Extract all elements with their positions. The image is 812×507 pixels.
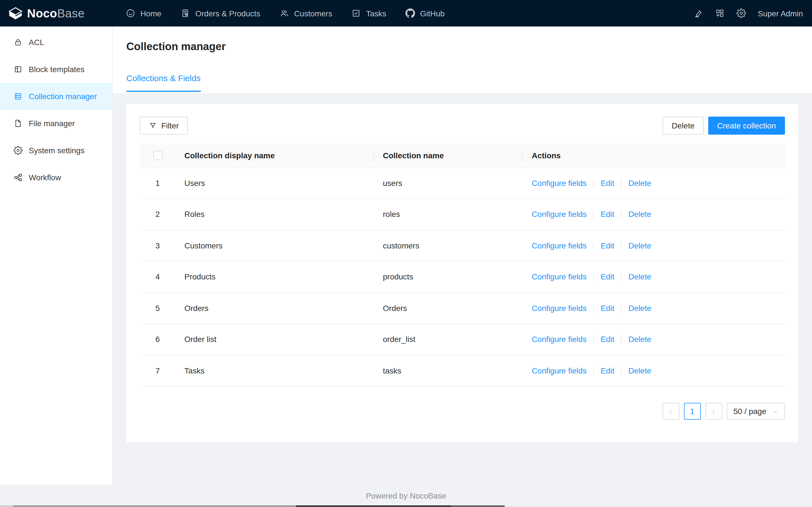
- column-header-name: Collection name: [374, 144, 523, 167]
- row-action-configure-fields[interactable]: Configure fields: [532, 178, 587, 187]
- row-action-delete[interactable]: Delete: [628, 366, 651, 375]
- settings-button[interactable]: [737, 8, 746, 18]
- user-menu[interactable]: Super Admin: [758, 9, 803, 18]
- row-display-name-cell: Orders: [175, 292, 374, 324]
- row-action-configure-fields[interactable]: Configure fields: [532, 335, 587, 344]
- table-row: 4ProductsproductsConfigure fieldsEditDel…: [140, 261, 785, 292]
- row-display-name-cell: Products: [175, 261, 374, 292]
- row-action-configure-fields[interactable]: Configure fields: [532, 303, 587, 313]
- row-action-edit[interactable]: Edit: [601, 366, 614, 375]
- sidebar-item-label: Block templates: [29, 65, 85, 74]
- column-header-actions: Actions: [523, 144, 785, 167]
- funnel-icon: [149, 122, 157, 129]
- file-icon: [13, 119, 22, 128]
- row-action-configure-fields[interactable]: Configure fields: [532, 272, 587, 281]
- nav-item-github[interactable]: GitHub: [396, 0, 454, 26]
- row-index-cell: 4: [140, 261, 175, 292]
- sidebar-item-label: ACL: [29, 38, 44, 47]
- table-row: 3CustomerscustomersConfigure fieldsEditD…: [140, 230, 785, 261]
- sidebar-item-acl[interactable]: ACL: [0, 29, 112, 56]
- table-row: 1UsersusersConfigure fieldsEditDelete: [140, 167, 785, 199]
- brand-text: NocoBase: [27, 7, 85, 19]
- table-header-row: Collection display name Collection name …: [140, 144, 785, 167]
- brand-base: Base: [57, 7, 85, 20]
- row-action-delete[interactable]: Delete: [628, 178, 651, 187]
- row-display-name-cell: Users: [175, 167, 374, 199]
- pagination-next-button[interactable]: [705, 403, 722, 420]
- toolbar: Filter Delete Create collection: [140, 117, 785, 135]
- row-action-edit[interactable]: Edit: [601, 210, 614, 219]
- row-display-name-cell: Customers: [175, 230, 374, 261]
- tab-collections-fields[interactable]: Collections & Fields: [126, 72, 200, 92]
- sidebar-item-workflow[interactable]: Workflow: [0, 164, 112, 191]
- filter-button[interactable]: Filter: [140, 117, 188, 135]
- check-square-icon: [351, 8, 361, 18]
- sidebar-item-label: Collection manager: [29, 92, 97, 101]
- row-action-delete[interactable]: Delete: [628, 335, 651, 344]
- page-title: Collection manager: [126, 40, 799, 54]
- row-index-cell: 1: [140, 167, 175, 199]
- create-collection-button[interactable]: Create collection: [708, 117, 785, 135]
- team-icon: [280, 8, 289, 18]
- content: Filter Delete Create collection Collecti…: [113, 93, 812, 442]
- nav-item-customers[interactable]: Customers: [270, 0, 342, 26]
- row-display-name-cell: Roles: [175, 199, 374, 230]
- nocobase-logo[interactable]: NocoBase: [0, 6, 113, 20]
- main-area: Collection manager Collections & Fields …: [113, 26, 812, 507]
- sidebar-item-block-templates[interactable]: Block templates: [0, 56, 112, 83]
- tabs-bar: Collections & Fields: [126, 72, 799, 92]
- action-divider: [594, 242, 594, 250]
- footer: Powered by NocoBase: [0, 491, 812, 500]
- row-action-delete[interactable]: Delete: [628, 241, 651, 250]
- top-navbar: NocoBase HomeOrders & ProductsCustomersT…: [0, 0, 812, 26]
- sidebar-item-collection-manager[interactable]: Collection manager: [0, 83, 112, 110]
- row-action-configure-fields[interactable]: Configure fields: [532, 366, 587, 375]
- row-index-cell: 3: [140, 230, 175, 261]
- table-row: 2RolesrolesConfigure fieldsEditDelete: [140, 199, 785, 230]
- row-actions-cell: Configure fieldsEditDelete: [523, 261, 785, 292]
- window-edge-artifact: [0, 505, 812, 507]
- sidebar-item-label: System settings: [29, 146, 85, 155]
- chevron-down-icon: [772, 408, 778, 414]
- row-name-cell: roles: [374, 199, 523, 230]
- delete-button[interactable]: Delete: [663, 117, 704, 135]
- ui-editor-button[interactable]: [694, 8, 703, 18]
- sidebar-item-system-settings[interactable]: System settings: [0, 137, 112, 164]
- row-actions-cell: Configure fieldsEditDelete: [523, 292, 785, 324]
- page-size-select[interactable]: 50 / page: [726, 403, 785, 420]
- row-action-edit[interactable]: Edit: [601, 335, 614, 344]
- app-root: NocoBase HomeOrders & ProductsCustomersT…: [0, 0, 812, 507]
- row-action-delete[interactable]: Delete: [628, 272, 651, 281]
- row-action-edit[interactable]: Edit: [601, 303, 614, 313]
- row-action-configure-fields[interactable]: Configure fields: [532, 241, 587, 250]
- nav-item-tasks[interactable]: Tasks: [342, 0, 396, 26]
- blocks-button[interactable]: [715, 8, 725, 18]
- nav-item-orders-products[interactable]: Orders & Products: [171, 0, 270, 26]
- row-actions-cell: Configure fieldsEditDelete: [523, 167, 785, 199]
- pagination-page-button[interactable]: 1: [684, 403, 701, 420]
- sidebar-item-file-manager[interactable]: File manager: [0, 110, 112, 137]
- row-index-cell: 6: [140, 324, 175, 355]
- action-divider: [621, 211, 622, 219]
- nav-item-label: Customers: [294, 9, 332, 18]
- row-display-name-cell: Tasks: [175, 355, 374, 386]
- select-all-checkbox[interactable]: [153, 151, 162, 160]
- gear-icon: [13, 146, 22, 155]
- row-action-delete[interactable]: Delete: [628, 303, 651, 313]
- chevron-right-icon: [711, 408, 717, 414]
- row-action-edit[interactable]: Edit: [601, 241, 614, 250]
- table-row: 7TaskstasksConfigure fieldsEditDelete: [140, 355, 785, 386]
- nav-item-home[interactable]: Home: [116, 0, 171, 26]
- row-action-delete[interactable]: Delete: [628, 210, 651, 219]
- row-action-configure-fields[interactable]: Configure fields: [532, 210, 587, 219]
- pagination: 1 50 / page: [140, 403, 785, 420]
- pagination-prev-button[interactable]: [662, 403, 679, 420]
- row-name-cell: products: [374, 261, 523, 292]
- action-divider: [621, 367, 622, 375]
- row-action-edit[interactable]: Edit: [601, 272, 614, 281]
- row-name-cell: Orders: [374, 292, 523, 324]
- row-name-cell: order_list: [374, 324, 523, 355]
- github-icon: [405, 8, 415, 18]
- row-action-edit[interactable]: Edit: [601, 178, 614, 187]
- column-header-display-name: Collection display name: [175, 144, 374, 167]
